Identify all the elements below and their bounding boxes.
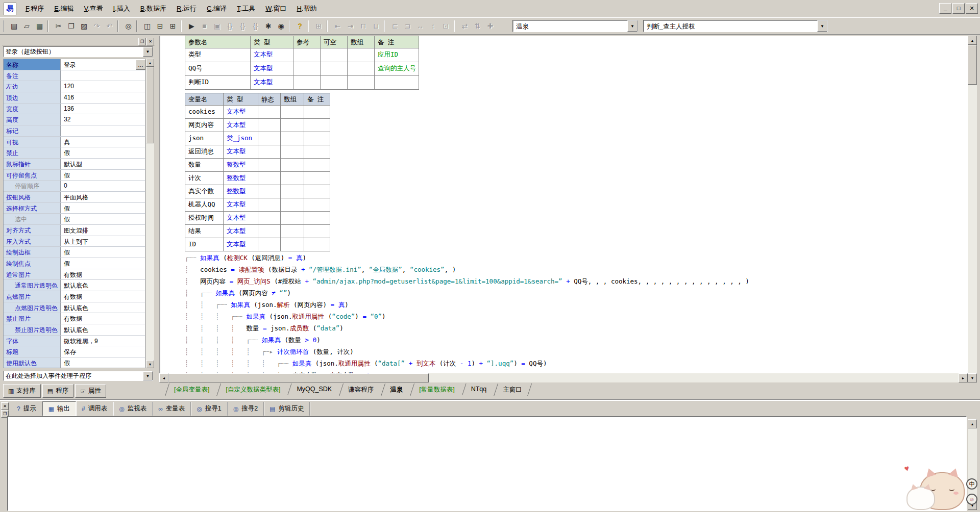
menu-item[interactable]: E.编辑 (49, 1, 79, 17)
scroll-right-icon[interactable]: ► (959, 373, 968, 382)
variable-table-row[interactable]: json 类_json (185, 132, 330, 145)
property-value[interactable]: 假 (61, 170, 145, 181)
center-vertical-icon[interactable]: ⊐ (401, 20, 414, 32)
scrollbar-thumb[interactable] (168, 373, 429, 382)
property-value[interactable]: 0 (61, 181, 145, 191)
output-panel-tab[interactable]: ▤ 剪辑历史 (264, 402, 310, 416)
property-row[interactable]: 可视 真 (4, 137, 145, 148)
editor-vertical-scrollbar[interactable]: ▲ ▼ (968, 36, 977, 382)
property-value[interactable]: 真 (61, 137, 145, 147)
step-into-icon[interactable]: {} (224, 20, 236, 32)
code-line[interactable]: ┊ ┊ ┊ ┊ ┊ ┊ ┌┄┄ 如果真 (json.取通用属性 (“data[”… (185, 360, 749, 371)
property-value[interactable]: 登录 (61, 59, 145, 70)
document-tab[interactable]: 温泉 (381, 383, 410, 396)
chevron-down-icon[interactable]: ▼ (143, 47, 153, 57)
document-tab[interactable]: MyQQ_SDK (288, 383, 339, 395)
output-panel-tab[interactable]: ◎ 搜寻2 (228, 402, 264, 416)
property-row[interactable]: 通常图片透明色 默认底色 (4, 280, 145, 291)
name-ellipsis-button[interactable]: … (136, 60, 145, 70)
property-row[interactable]: 高度 32 (4, 114, 145, 125)
save-icon[interactable]: ▦ (33, 20, 46, 32)
property-row[interactable]: 通常图片 有数据 (4, 269, 145, 280)
property-row[interactable]: 选择框方式 假 (4, 203, 145, 214)
stop-icon[interactable]: ■ (198, 20, 211, 32)
cut-icon[interactable]: ✂ (52, 20, 65, 32)
align-right-icon[interactable]: ⇥ (344, 20, 357, 32)
property-value[interactable]: 假 (61, 258, 145, 269)
form-designer-icon[interactable]: ⊞ (312, 20, 325, 32)
variable-table-row[interactable]: 真实个数 整数型 (185, 185, 330, 198)
output-panel-tab[interactable]: ◎ 搜寻1 (191, 402, 227, 416)
variable-table-row[interactable]: 计次 整数型 (185, 172, 330, 185)
scroll-up-icon[interactable]: ▲ (968, 419, 977, 428)
active-window-combo[interactable]: 温泉 ▼ (512, 20, 638, 32)
scrollbar-thumb[interactable] (968, 45, 977, 85)
code-line[interactable]: ┌┄┄ 如果真 (检测CK (返回消息) = 真) (185, 254, 749, 266)
new-file-icon[interactable]: ▤ (8, 20, 20, 32)
code-line[interactable]: ┊ ┊ ┊ ┊ ┊ ┌┄▸ 计次循环首 (数量, 计次) (185, 348, 749, 360)
variable-table-row[interactable]: 数量 整数型 (185, 159, 330, 172)
code-line[interactable]: ┊ ┊ ┌┄┄ 如果真 (json.解析 (网页内容) = 真) (185, 301, 749, 313)
menu-item[interactable]: H.帮助 (291, 1, 322, 17)
property-value[interactable]: 默认底色 (61, 324, 145, 335)
variable-table-row[interactable]: 机器人QQ 文本型 (185, 198, 330, 212)
undo-icon[interactable]: ↶ (103, 20, 116, 32)
parameter-table-row[interactable]: 判断ID 文本型 (185, 76, 419, 90)
output-panel-tab[interactable]: ? 提示 (11, 402, 42, 416)
output-panel-tab[interactable]: ▦ 输出 (42, 401, 76, 416)
code-line[interactable]: ┊ ┌┄┄ 如果真 (网页内容 ≠ “”) (185, 289, 749, 301)
output-panel-tab[interactable]: ∞ 变量表 (153, 402, 191, 416)
document-tab[interactable]: [常量数据表] (410, 383, 462, 396)
property-row[interactable]: 绘制边框 假 (4, 247, 145, 258)
window-split-left-icon[interactable]: ◫ (141, 20, 154, 32)
resize-icon[interactable]: ✚ (484, 20, 497, 32)
property-value[interactable]: 假 (61, 147, 145, 158)
document-tab[interactable]: [自定义数据类型表] (217, 383, 288, 396)
property-row[interactable]: 左边 120 (4, 81, 145, 92)
property-row[interactable]: 字体 微软雅黑，9 (4, 336, 145, 347)
same-size-icon[interactable]: ⊡ (439, 20, 452, 32)
variable-table-row[interactable]: ID 文本型 (185, 238, 330, 251)
property-value[interactable]: 默认型 (61, 159, 145, 169)
property-value[interactable]: 假 (61, 357, 145, 368)
space-vertical-icon[interactable]: ⇅ (471, 20, 484, 32)
chevron-down-icon[interactable]: ▼ (627, 20, 638, 32)
close-button[interactable]: ✕ (966, 3, 978, 14)
property-row[interactable]: 标题 保存 (4, 346, 145, 357)
code-line[interactable]: ┊ cookies = 读配置项 (数据目录 + “/管理数据.ini”, “全… (185, 266, 749, 277)
align-bottom-icon[interactable]: ⊔ (370, 20, 382, 32)
menu-item[interactable]: W.窗口 (260, 1, 291, 17)
scroll-up-icon[interactable]: ▲ (968, 36, 977, 45)
property-row[interactable]: 鼠标指针 默认型 (4, 159, 145, 170)
menu-item[interactable]: T.工具 (232, 1, 260, 17)
help-search-icon[interactable]: ? (293, 20, 306, 32)
property-row[interactable]: 顶边 416 (4, 92, 145, 104)
property-row[interactable]: 标记 (4, 125, 145, 137)
space-horizontal-icon[interactable]: ⇄ (458, 20, 471, 32)
property-value[interactable]: 有数据 (61, 269, 145, 280)
property-value[interactable]: 假 (61, 214, 145, 224)
component-selector[interactable]: 登录（超级按钮） ▼ (3, 46, 153, 57)
property-row[interactable]: 使用默认色 假 (4, 357, 145, 368)
variable-table-row[interactable]: cookies 文本型 (185, 106, 330, 119)
float-panel-button[interactable]: ❐ (138, 38, 146, 45)
panel-splitter[interactable] (0, 399, 980, 401)
scrollbar-thumb[interactable] (146, 67, 154, 143)
variable-table-row[interactable]: 授权时间 文本型 (185, 212, 330, 225)
document-tab[interactable]: NTqq (462, 383, 495, 395)
code-line[interactable]: ┊ ┊ ┊ ┌┄┄ 如果真 (json.取通用属性 (“code”) = “0”… (185, 313, 749, 324)
property-row[interactable]: 禁止图片透明色 默认底色 (4, 324, 145, 336)
panel-tab[interactable]: ☞ 属性 (75, 384, 106, 398)
same-width-icon[interactable]: ↔ (414, 20, 427, 32)
menu-item[interactable]: B.数据库 (135, 1, 172, 17)
property-row[interactable]: 按钮风格 平面风格 (4, 192, 145, 203)
menu-item[interactable]: C.编译 (202, 1, 232, 17)
scroll-down-icon[interactable]: ▼ (146, 360, 154, 368)
panel-tab[interactable]: ▥ 支持库 (3, 384, 41, 398)
parameter-table-row[interactable]: QQ号 文本型 查询的主人号 (185, 62, 419, 76)
code-editor[interactable]: 参数名类 型参考可空数组备 注 类型 文本型 应用ID QQ号 文本型 (159, 36, 968, 373)
property-row[interactable]: 绘制焦点 假 (4, 258, 145, 269)
code-line[interactable]: ┊ 网页内容 = 网页_访问S (#授权站 + “admin/ajax.php?… (185, 277, 749, 289)
property-row[interactable]: 停留顺序 0 (4, 181, 145, 192)
property-row[interactable]: 备注 (4, 70, 145, 82)
